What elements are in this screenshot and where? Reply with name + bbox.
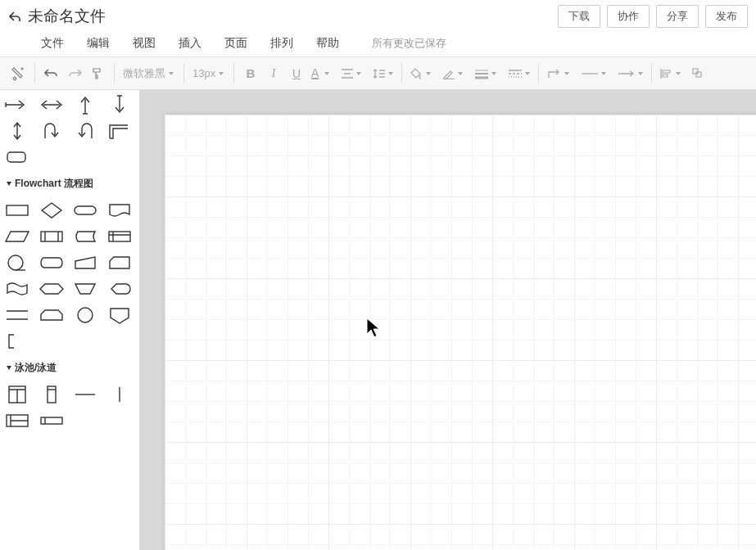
shape-parallel[interactable] (3, 304, 31, 327)
shape-connector[interactable] (71, 304, 99, 327)
toolbar: 微软雅黑 13px B I U A (0, 57, 756, 90)
menu-view[interactable]: 视图 (121, 31, 167, 56)
arrow-end-icon[interactable] (614, 62, 646, 85)
shape-lane-horizontal[interactable] (38, 409, 66, 432)
shape-display[interactable] (106, 277, 134, 300)
shape-pool-horizontal[interactable] (3, 409, 31, 432)
menu-insert[interactable]: 插入 (167, 31, 213, 56)
font-family-select[interactable]: 微软雅黑 (120, 62, 179, 85)
shape-corner-arrow[interactable] (106, 119, 134, 142)
share-button[interactable]: 分享 (656, 5, 699, 28)
shape-arrow-right[interactable] (3, 93, 31, 116)
shape-separator-h[interactable] (71, 383, 99, 406)
shape-arrow-down[interactable] (106, 93, 134, 116)
svg-rect-2 (696, 72, 701, 77)
shape-preparation[interactable] (38, 277, 66, 300)
italic-icon[interactable]: I (262, 62, 285, 85)
font-color-icon[interactable]: A (308, 62, 333, 85)
menubar: 文件 编辑 视图 插入 页面 排列 帮助 所有更改已保存 (0, 29, 756, 57)
shape-arrow-up[interactable] (71, 93, 99, 116)
page-title[interactable]: 未命名文件 (28, 6, 106, 27)
font-family-label: 微软雅黑 (123, 66, 165, 81)
shape-sidebar: Flowchart 流程图 泳池/泳道 (0, 90, 140, 550)
menu-page[interactable]: 页面 (213, 31, 259, 56)
canvas-area[interactable] (140, 90, 756, 550)
canvas[interactable] (165, 115, 756, 550)
underline-icon[interactable]: U (285, 62, 308, 85)
section-swimlane-label: 泳池/泳道 (15, 361, 57, 375)
svg-rect-5 (75, 206, 96, 214)
shape-data[interactable] (3, 225, 31, 248)
svg-point-9 (78, 308, 93, 322)
shape-card[interactable] (106, 251, 134, 274)
shape-arrow-updown[interactable] (3, 119, 31, 142)
align-icon[interactable] (337, 62, 364, 85)
font-size-select[interactable]: 13px (189, 62, 229, 85)
shape-manual-operation[interactable] (71, 277, 99, 300)
line-spacing-icon[interactable] (369, 62, 396, 85)
shape-internal-storage[interactable] (106, 225, 134, 248)
shape-separator-v[interactable] (106, 383, 134, 406)
shape-stored-data[interactable] (71, 225, 99, 248)
shape-process[interactable] (3, 199, 31, 222)
publish-button[interactable]: 发布 (705, 5, 748, 28)
svg-rect-1 (693, 69, 698, 74)
section-flowchart-label: Flowchart 流程图 (15, 177, 93, 191)
font-size-label: 13px (192, 67, 215, 79)
svg-rect-3 (7, 152, 25, 162)
fill-color-icon[interactable] (407, 62, 434, 85)
shape-document[interactable] (106, 199, 134, 222)
back-button[interactable] (8, 9, 23, 24)
shape-sequential-data[interactable] (3, 251, 31, 274)
shape-rounded-rect[interactable] (3, 146, 31, 169)
bold-icon[interactable]: B (239, 62, 262, 85)
shape-pool-vertical[interactable] (3, 383, 31, 406)
titlebar: 未命名文件 下载 协作 分享 发布 (0, 0, 756, 29)
shape-terminator[interactable] (71, 199, 99, 222)
connector-type-icon[interactable] (544, 62, 573, 85)
line-style-icon[interactable] (505, 62, 533, 85)
svg-rect-13 (41, 417, 62, 424)
collab-button[interactable]: 协作 (607, 5, 650, 28)
format-painter-icon[interactable] (86, 62, 109, 85)
save-status: 所有更改已保存 (360, 31, 458, 56)
svg-rect-4 (7, 205, 28, 215)
svg-rect-0 (443, 79, 455, 79)
svg-rect-6 (41, 232, 62, 241)
shape-lane-vertical[interactable] (38, 383, 66, 406)
svg-rect-7 (109, 232, 130, 241)
brush-format-icon[interactable] (7, 62, 29, 85)
svg-point-8 (8, 255, 23, 270)
line-color-icon[interactable] (439, 62, 466, 85)
section-flowchart[interactable]: Flowchart 流程图 (0, 172, 139, 196)
more-tools-icon[interactable] (687, 62, 710, 85)
shape-paper-tape[interactable] (3, 277, 31, 300)
shape-predefined[interactable] (38, 225, 66, 248)
arrow-start-icon[interactable] (577, 62, 609, 85)
section-swimlane[interactable]: 泳池/泳道 (0, 356, 139, 380)
shape-uturn-left[interactable] (38, 119, 66, 142)
shape-arrow-bidir[interactable] (38, 93, 66, 116)
svg-rect-11 (48, 386, 56, 403)
shape-decision[interactable] (38, 199, 66, 222)
shape-manual-input[interactable] (71, 251, 99, 274)
download-button[interactable]: 下载 (558, 5, 600, 28)
align-objects-icon[interactable] (657, 62, 684, 85)
menu-arrange[interactable]: 排列 (259, 31, 305, 56)
shape-annotation[interactable] (3, 330, 31, 353)
undo-icon[interactable] (40, 62, 63, 85)
line-width-icon[interactable] (471, 62, 500, 85)
redo-icon[interactable] (63, 62, 86, 85)
menu-edit[interactable]: 编辑 (75, 31, 121, 56)
menu-help[interactable]: 帮助 (305, 31, 351, 56)
shape-loop-limit[interactable] (38, 304, 66, 327)
menu-file[interactable]: 文件 (29, 31, 75, 56)
shape-uturn-right[interactable] (71, 119, 99, 142)
shape-offpage[interactable] (106, 304, 134, 327)
shape-direct-data[interactable] (38, 251, 66, 274)
